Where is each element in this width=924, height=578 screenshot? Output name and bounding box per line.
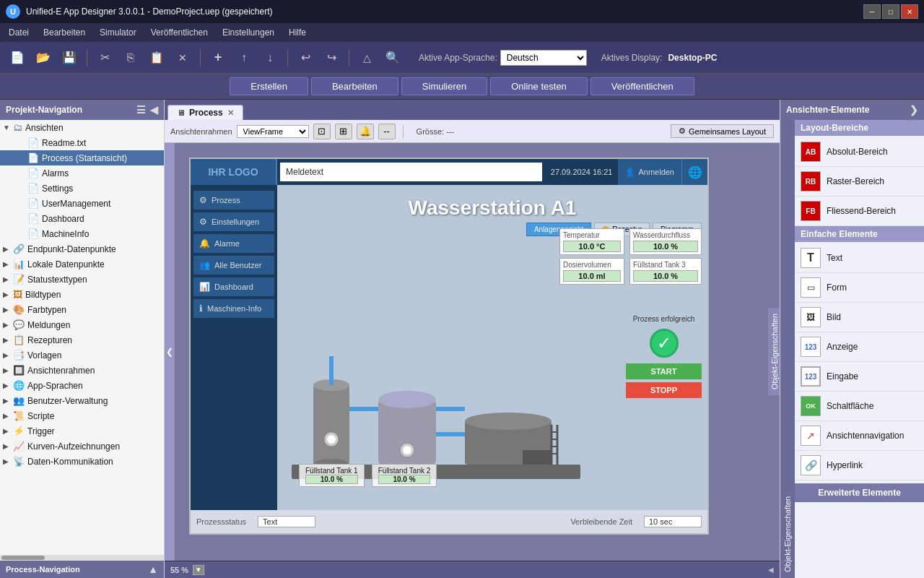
tree-alarms[interactable]: 📄 Alarms <box>0 165 164 181</box>
rs-ansichtennavigation-element[interactable]: ↗ Ansichtennavigation <box>795 421 924 451</box>
canvas-btn-1[interactable]: ⊡ <box>313 124 331 139</box>
down-button[interactable]: ↓ <box>258 47 282 69</box>
nav-dashboard[interactable]: 📊 Dashboard <box>193 277 274 296</box>
menu-simulator[interactable]: Simulator <box>94 26 142 39</box>
redo-button[interactable]: ↪ <box>320 47 343 69</box>
erstellen-button[interactable]: Erstellen <box>230 77 308 95</box>
layout-button[interactable]: ⚙ Gemeinsames Layout <box>671 124 774 138</box>
rs-absolut-bereich[interactable]: AB Absolut-Bereich <box>795 137 924 167</box>
rs-ansichtennavigation-icon: ↗ <box>801 426 821 446</box>
pv-login-btn[interactable]: 👤 Anmelden <box>618 159 681 185</box>
canvas-collapse-left[interactable]: ❮ <box>165 143 175 561</box>
nav-einstellungen[interactable]: ⚙ Einstellungen <box>193 212 274 231</box>
tab-process-close[interactable]: ✕ <box>227 108 234 118</box>
online-testen-button[interactable]: Online testen <box>490 77 588 95</box>
tree-machineinfo[interactable]: 📄 MachineInfo <box>0 226 164 241</box>
ansichtenrahmen-select[interactable]: ViewFrame <box>237 125 309 138</box>
menu-hilfe[interactable]: Hilfe <box>283 26 312 39</box>
close-button[interactable]: ✕ <box>901 4 918 19</box>
veroeffentlichen-button[interactable]: Veröffentlichen <box>590 77 694 95</box>
tab-process-label: Process <box>189 108 223 118</box>
rs-hyperlink-element[interactable]: 🔗 Hyperlink <box>795 451 924 480</box>
tree-readme[interactable]: 📄 Readme.txt <box>0 135 164 150</box>
delete-button[interactable]: ✕ <box>171 47 194 69</box>
tab-process[interactable]: 🖥 Process ✕ <box>167 105 243 120</box>
tree-statustext[interactable]: ▶ 📝 Statustexttypen <box>0 272 164 287</box>
tree-process[interactable]: 📄 Process (Startansicht) <box>0 150 164 165</box>
tree-settings[interactable]: 📄 Settings <box>0 181 164 196</box>
tree-ansichtenrahmen[interactable]: ▶ 🔲 Ansichtenrahmen <box>0 363 164 378</box>
zoom-btn[interactable]: ▾ <box>193 565 204 575</box>
rs-fliessend-bereich[interactable]: FB Fliessend-Bereich <box>795 197 924 226</box>
rs-form-element[interactable]: ▭ Form <box>795 273 924 303</box>
pv-globe-btn[interactable]: 🌐 <box>681 159 707 185</box>
tree-scripte[interactable]: ▶ 📜 Scripte <box>0 408 164 423</box>
simulieren-button[interactable]: Simulieren <box>401 77 487 95</box>
undo-button[interactable]: ↩ <box>294 47 317 69</box>
rs-expand-icon[interactable]: ❯ <box>910 104 918 116</box>
tree-rezepturen[interactable]: ▶ 📋 Rezepturen <box>0 332 164 348</box>
minimize-button[interactable]: ─ <box>863 4 881 19</box>
process-canvas[interactable]: IHR LOGO Meldetext 27.09.2024 16:21 👤 An… <box>189 158 709 535</box>
open-button[interactable]: 📂 <box>32 47 55 69</box>
search-button[interactable]: 🔍 <box>381 47 404 69</box>
pv-login-label: Anmelden <box>638 168 674 176</box>
tree-benutzer-arrow: ▶ <box>3 397 13 405</box>
tree-benutzer-icon: 👥 <box>13 395 25 406</box>
rs-text-element[interactable]: T Text <box>795 243 924 273</box>
tree-endpunkt[interactable]: ▶ 🔗 Endpunkt-Datenpunkte <box>0 241 164 256</box>
nav-prozess[interactable]: ⚙ Prozess <box>193 191 274 210</box>
nav-alarme[interactable]: 🔔 Alarme <box>193 234 274 253</box>
rs-content: Layout-Bereiche AB Absolut-Bereich RB Ra… <box>795 120 924 578</box>
canvas-btn-4[interactable]: -- <box>378 124 396 139</box>
add-button[interactable]: + <box>206 47 230 69</box>
menu-bearbeiten[interactable]: Bearbeiten <box>38 26 91 39</box>
objekt-eigenschaften-tab[interactable]: Objekt-Eigenschaften <box>768 308 780 395</box>
cut-button[interactable]: ✂ <box>93 47 116 69</box>
info-button[interactable]: △ <box>355 47 378 69</box>
save-button[interactable]: 💾 <box>58 47 81 69</box>
menu-veroeffentlichen[interactable]: Veröffentlichen <box>145 26 214 39</box>
sidebar-collapse-icon[interactable]: ◀ <box>150 104 158 116</box>
tree-appsprachen[interactable]: ▶ 🌐 App-Sprachen <box>0 378 164 393</box>
tree-ansichten[interactable]: ▼ 🗂 Ansichten <box>0 120 164 135</box>
nav-maschinen[interactable]: ℹ Maschinen-Info <box>193 299 274 318</box>
rs-bild-element[interactable]: 🖼 Bild <box>795 303 924 332</box>
lang-select[interactable]: Deutsch English <box>500 50 587 66</box>
sidebar-scrollbar[interactable] <box>0 555 164 561</box>
tree-meldungen[interactable]: ▶ 💬 Meldungen <box>0 317 164 332</box>
tree-vorlagen[interactable]: ▶ 📑 Vorlagen <box>0 348 164 363</box>
stopp-button[interactable]: STOPP <box>626 382 702 398</box>
erweiterte-elemente-footer[interactable]: Erweiterte Elemente <box>795 483 924 502</box>
paste-button[interactable]: 📋 <box>145 47 168 69</box>
start-button[interactable]: START <box>626 363 702 379</box>
canvas-area: IHR LOGO Meldetext 27.09.2024 16:21 👤 An… <box>175 143 770 561</box>
tree-benutzer[interactable]: ▶ 👥 Benutzer-Verwaltung <box>0 393 164 408</box>
tree-lokale[interactable]: ▶ 📊 Lokale Datenpunkte <box>0 256 164 272</box>
tree-dashboard[interactable]: 📄 Dashboard <box>0 211 164 226</box>
canvas-btn-3[interactable]: 🔔 <box>357 124 374 139</box>
rs-eingabe-icon: 123 <box>801 366 821 387</box>
tree-trigger[interactable]: ▶ ⚡ Trigger <box>0 423 164 439</box>
tree-kurven[interactable]: ▶ 📈 Kurven-Aufzeichnungen <box>0 439 164 454</box>
rs-anzeige-element[interactable]: 123 Anzeige <box>795 332 924 362</box>
rs-schaltflaeche-element[interactable]: OK Schaltfläche <box>795 392 924 421</box>
up-button[interactable]: ↑ <box>232 47 256 69</box>
objekt-eigenschaften-vert-tab[interactable]: Objekt-Eigenschaften <box>780 120 795 578</box>
new-button[interactable]: 📄 <box>6 47 29 69</box>
menu-datei[interactable]: Datei <box>3 26 35 39</box>
tree-usermgmt[interactable]: 📄 UserManagement <box>0 196 164 211</box>
maximize-button[interactable]: □ <box>882 4 899 19</box>
tree-bildtypen[interactable]: ▶ 🖼 Bildtypen <box>0 287 164 302</box>
tree-farbtypen[interactable]: ▶ 🎨 Farbtypen <box>0 302 164 317</box>
bearbeiten-button[interactable]: Bearbeiten <box>311 77 398 95</box>
copy-button[interactable]: ⎘ <box>119 47 142 69</box>
sidebar-menu-icon[interactable]: ☰ <box>136 104 146 116</box>
nav-benutzer[interactable]: 👥 Alle Benutzer <box>193 256 274 275</box>
tree-daten-komm[interactable]: ▶ 📡 Daten-Kommunikation <box>0 454 164 469</box>
rs-eingabe-element[interactable]: 123 Eingabe <box>795 362 924 392</box>
canvas-btn-2[interactable]: ⊞ <box>335 124 352 139</box>
sidebar-footer-icon[interactable]: ▲ <box>148 564 158 575</box>
rs-raster-bereich[interactable]: RB Raster-Bereich <box>795 167 924 197</box>
menu-einstellungen[interactable]: Einstellungen <box>217 26 280 39</box>
